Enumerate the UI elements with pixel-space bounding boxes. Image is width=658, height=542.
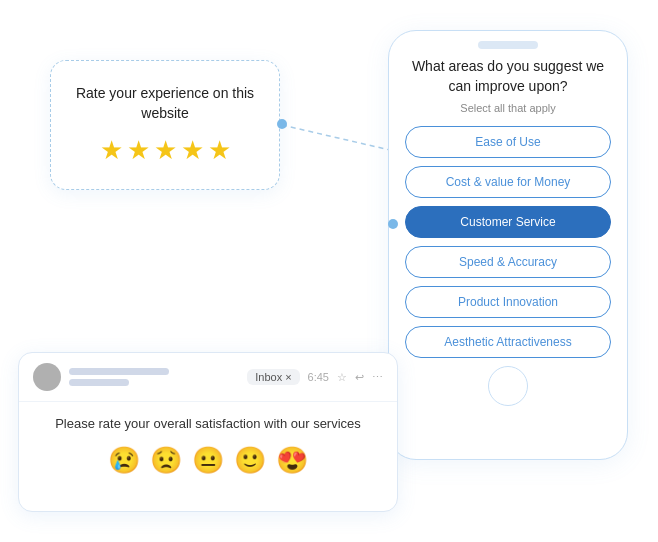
star-rating[interactable]: ★ ★ ★ ★ ★ — [100, 135, 231, 166]
emoji-5[interactable]: 😍 — [276, 445, 308, 476]
connector-dot-right — [388, 219, 398, 229]
email-meta: 6:45 ☆ ↩ ⋯ — [308, 371, 383, 384]
option-speed-accuracy[interactable]: Speed & Accuracy — [405, 246, 611, 278]
email-body: Please rate your overall satisfaction wi… — [19, 402, 397, 484]
phone-frame: What areas do you suggest we can improve… — [388, 30, 628, 460]
option-customer-service[interactable]: Customer Service — [405, 206, 611, 238]
star-1[interactable]: ★ — [100, 135, 123, 166]
email-badge: Inbox × — [247, 369, 299, 385]
phone-notch — [478, 41, 538, 49]
scene: What areas do you suggest we can improve… — [0, 0, 658, 542]
rating-card-text: Rate your experience on this website — [51, 84, 279, 123]
emoji-2[interactable]: 😟 — [150, 445, 182, 476]
option-ease-of-use[interactable]: Ease of Use — [405, 126, 611, 158]
email-time: 6:45 — [308, 371, 329, 383]
email-card: Inbox × 6:45 ☆ ↩ ⋯ Please rate your over… — [18, 352, 398, 512]
reply-icon: ↩ — [355, 371, 364, 384]
email-line-1 — [69, 368, 169, 375]
star-4[interactable]: ★ — [181, 135, 204, 166]
email-avatar — [33, 363, 61, 391]
phone-question: What areas do you suggest we can improve… — [405, 57, 611, 96]
email-body-text: Please rate your overall satisfaction wi… — [35, 416, 381, 431]
emoji-rating[interactable]: 😢 😟 😐 🙂 😍 — [35, 445, 381, 476]
email-line-2 — [69, 379, 129, 386]
emoji-1[interactable]: 😢 — [108, 445, 140, 476]
email-header: Inbox × 6:45 ☆ ↩ ⋯ — [19, 353, 397, 402]
star-3[interactable]: ★ — [154, 135, 177, 166]
phone-submit-btn[interactable] — [488, 366, 528, 406]
connector-dot-left — [277, 119, 287, 129]
option-aesthetic[interactable]: Aesthetic Attractiveness — [405, 326, 611, 358]
svg-line-0 — [282, 125, 390, 150]
badge-close-icon[interactable]: × — [285, 371, 291, 383]
phone-subtext: Select all that apply — [405, 102, 611, 114]
option-product-innovation[interactable]: Product Innovation — [405, 286, 611, 318]
phone-content: What areas do you suggest we can improve… — [389, 57, 627, 416]
more-icon[interactable]: ⋯ — [372, 371, 383, 384]
star-5[interactable]: ★ — [208, 135, 231, 166]
star-icon: ☆ — [337, 371, 347, 384]
email-lines — [69, 368, 239, 386]
star-2[interactable]: ★ — [127, 135, 150, 166]
option-cost-value[interactable]: Cost & value for Money — [405, 166, 611, 198]
inbox-label: Inbox — [255, 371, 282, 383]
rating-card: Rate your experience on this website ★ ★… — [50, 60, 280, 190]
emoji-3[interactable]: 😐 — [192, 445, 224, 476]
emoji-4[interactable]: 🙂 — [234, 445, 266, 476]
